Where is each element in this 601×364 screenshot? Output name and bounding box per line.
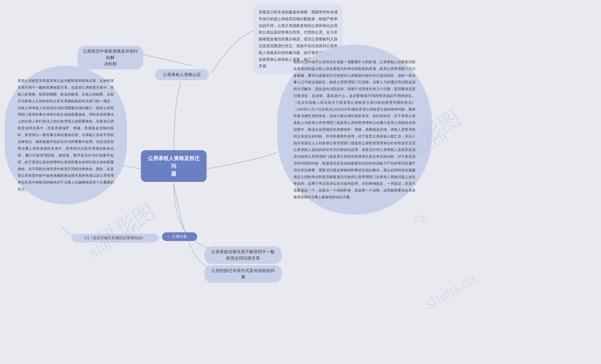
node-arrow: → 引用法条 [162,232,197,241]
node-right-ellipse: 现实生活中由于公房拆迁补偿是一笔数额不小的款项，公房承租人的家庭内部在具体的利益… [277,45,432,215]
node-cite: [1]《北京市城市房屋拆迁管理办法》 [72,234,159,242]
arrow-icon: → [166,234,170,239]
node-top-small2: 公房承租人资格认定 [155,69,209,80]
watermark-ce: CE [415,213,427,224]
node-left-ellipse: 直管公房租赁关系是具有公益分配性质和特殊关系，这种租赁关系不同于一般的民事租赁关… [5,66,127,204]
watermark-1: 树形图 [91,197,160,254]
node-center: 公房承租人资格及拆迁问 题 [141,150,207,182]
watermark-5: shutu.cn [422,269,479,313]
mind-map: 房屋是公民生存的最基本保障，我国早些年在城市实行的是公房租赁实物分配政策，根据产… [0,0,601,364]
node-bottom-small1: 公房承租法律关系不能等同于一般 租赁合同法律关系 [204,246,282,264]
node-bottom-small2: 公房的拆迁补偿方式及补偿款的归 属 [204,265,282,283]
node-top-small1: 公房拆迁中承租资格及补偿纠纷解 决机制 [78,46,143,69]
